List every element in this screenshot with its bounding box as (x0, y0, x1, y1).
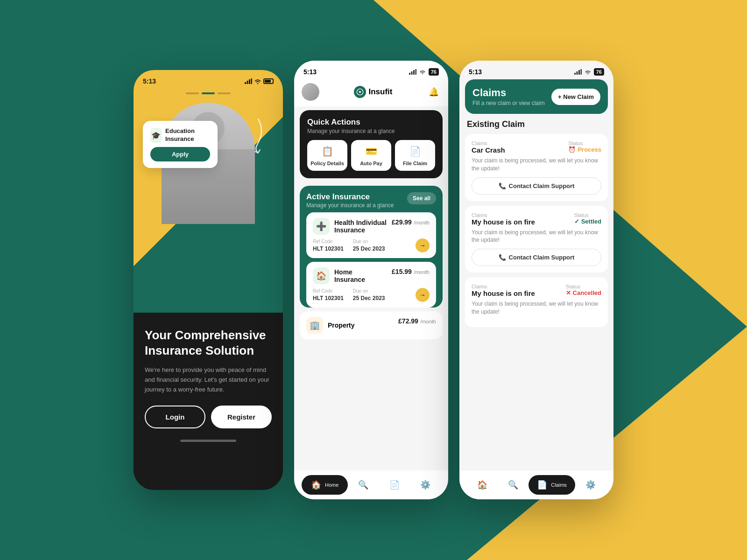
svg-rect-2 (249, 79, 250, 84)
property-price-block: £72.99 /month (398, 317, 436, 334)
active-insurance-title: Active Insurance (306, 192, 394, 202)
file-claim-icon: 📄 (409, 145, 422, 158)
process-text: Process (578, 146, 601, 153)
claim-3-left: Claims My house is on fire (472, 284, 535, 298)
contact-support-label-2: Contact Claim Support (509, 254, 575, 261)
claim-3-label: Claims (472, 284, 535, 289)
process-icon: ⏰ (568, 146, 576, 153)
signal-icon (245, 78, 252, 84)
home-arrow-button[interactable]: → (416, 288, 430, 302)
cancelled-text: Cancelled (573, 289, 601, 296)
policy-details-label: Policy Details (310, 161, 344, 166)
signal-icon-p2 (409, 69, 416, 75)
home-insurance-card: 🏠 HomeInsurance £15.99 /month Ref Code H… (306, 262, 436, 308)
prog-dot-3 (218, 92, 231, 94)
register-button[interactable]: Register (211, 406, 272, 428)
nav-search[interactable]: 🔍 (348, 480, 379, 490)
home-ref-code: Ref Code HLT 102301 (313, 288, 344, 302)
settled-text: Settled (581, 218, 601, 225)
auto-pay-icon: 💳 (365, 145, 378, 158)
phone-icon-1: 📞 (499, 182, 506, 189)
p3-settings-icon: ⚙️ (585, 480, 596, 490)
contact-support-button-1[interactable]: 📞 Contact Claim Support (472, 177, 601, 195)
dashboard-header: Insufit 🔔 (294, 79, 448, 106)
home-nav-label: Home (325, 482, 338, 488)
claim-card-3: Claims My house is on fire Status ✕ Canc… (465, 277, 608, 327)
login-button[interactable]: Login (145, 406, 205, 428)
svg-rect-4 (409, 73, 410, 75)
health-price-month: /month (414, 220, 430, 225)
claim-1-label: Claims (472, 140, 505, 146)
property-name: Property (328, 322, 355, 329)
property-price: £72.99 (398, 317, 418, 325)
apply-button[interactable]: Apply (150, 147, 210, 161)
property-left: 🏢 Property (306, 317, 355, 334)
file-claim-label: File Claim (403, 161, 427, 166)
brand-icon (354, 86, 366, 98)
p3-nav-settings[interactable]: ⚙️ (575, 480, 606, 490)
claim-3-status-value: ✕ Cancelled (566, 289, 601, 296)
qa-title: Quick Actions (307, 118, 435, 127)
contact-support-button-2[interactable]: 📞 Contact Claim Support (472, 249, 601, 266)
claim-card-1-header: Claims Car Crash Status ⏰ Process (472, 140, 601, 155)
health-insurance-name: Health IndividualInsurance (334, 219, 387, 234)
time-phone2: 5:13 (303, 68, 317, 76)
svg-rect-3 (251, 78, 253, 84)
wifi-icon-phone1 (254, 78, 261, 84)
onboarding-subtitle: We're here to provide you with peace of … (145, 365, 272, 394)
svg-rect-7 (415, 69, 416, 75)
claims-title: Claims (472, 87, 545, 99)
svg-rect-6 (413, 70, 415, 75)
home-meta: Ref Code HLT 102301 Due on 25 Dec 2023 (313, 288, 385, 302)
time-phone3: 5:13 (469, 68, 482, 76)
nav-home[interactable]: 🏠 Home (302, 475, 348, 495)
battery-status-p3: 76 (594, 68, 604, 76)
notification-bell-icon[interactable]: 🔔 (427, 85, 441, 99)
home-nav-icon: 🏠 (311, 480, 321, 490)
claim-2-status-value: ✓ Settled (574, 218, 601, 225)
ai-header: Active Insurance Manage your insurance a… (306, 192, 436, 209)
p3-claims-icon: 📄 (537, 480, 547, 490)
see-all-button[interactable]: See all (407, 192, 436, 204)
claims-header: Claims Fill a new claim or view claim + … (465, 79, 608, 114)
home-insurance-icon: 🏠 (313, 267, 330, 284)
home-indicator-phone1 (180, 440, 236, 442)
nav-home-pill: 🏠 Home (302, 475, 348, 495)
p3-claims-pill: 📄 Claims (529, 475, 575, 495)
status-icons-phone3: 76 (574, 68, 604, 76)
svg-rect-13 (580, 69, 582, 75)
health-price: £29.99 (392, 218, 412, 226)
home-card-top: 🏠 HomeInsurance £15.99 /month (313, 267, 430, 284)
prog-dot-1 (186, 92, 199, 94)
nav-claims[interactable]: 📄 (379, 480, 410, 490)
existing-claim-title: Existing Claim (459, 119, 613, 134)
ref-code-label: Ref Code (313, 239, 344, 244)
qa-subtitle: Manage your insurance at a glance (307, 128, 435, 134)
file-claim-button[interactable]: 📄 File Claim (395, 140, 435, 171)
svg-rect-10 (574, 73, 576, 75)
contact-support-label-1: Contact Claim Support (509, 182, 575, 189)
health-arrow-button[interactable]: → (416, 238, 430, 252)
auto-pay-button[interactable]: 💳 Auto Pay (351, 140, 391, 171)
p3-nav-search[interactable]: 🔍 (498, 480, 529, 490)
p3-nav-home[interactable]: 🏠 (467, 480, 498, 490)
policy-details-button[interactable]: 📋 Policy Details (307, 140, 347, 171)
card-icon-row: 🎓 Education Insurance (150, 127, 210, 143)
claim-2-label: Claims (472, 212, 535, 218)
claim-card-2-header: Claims My house is on fire Status ✓ Sett… (472, 212, 601, 227)
p3-home-icon: 🏠 (477, 480, 487, 490)
new-claim-button[interactable]: + New Claim (551, 89, 600, 105)
claim-card-2: Claims My house is on fire Status ✓ Sett… (465, 206, 608, 273)
home-card-left: 🏠 HomeInsurance (313, 267, 365, 284)
property-icon: 🏢 (306, 317, 323, 334)
status-bar-phone3: 5:13 76 (459, 61, 613, 79)
p3-nav-claims[interactable]: 📄 Claims (529, 475, 575, 495)
nav-settings[interactable]: ⚙️ (410, 480, 441, 490)
home-due-on: Due on 25 Dec 2023 (353, 288, 385, 302)
quick-actions-card: Quick Actions Manage your insurance at a… (300, 110, 443, 178)
education-icon: 🎓 (150, 128, 162, 143)
status-bar-phone2: 5:13 76 (294, 61, 448, 79)
bottom-nav-phone3: 🏠 🔍 📄 Claims ⚙️ (459, 470, 613, 499)
home-price-month: /month (414, 269, 430, 275)
claims-header-left: Claims Fill a new claim or view claim (472, 87, 545, 106)
